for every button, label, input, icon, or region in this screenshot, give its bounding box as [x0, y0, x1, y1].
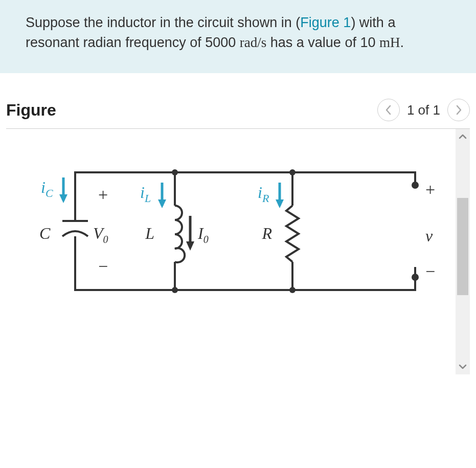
- svg-text:I0: I0: [197, 224, 209, 245]
- unit-rad: rad/s: [240, 35, 266, 50]
- figure-header: Figure 1 of 1: [6, 83, 470, 129]
- svg-text:C: C: [39, 224, 51, 242]
- svg-point-6: [412, 274, 419, 281]
- svg-point-5: [412, 182, 419, 189]
- svg-text:+: +: [425, 180, 435, 199]
- problem-text-after2: .: [400, 35, 404, 50]
- svg-text:iC: iC: [41, 178, 53, 199]
- problem-text-after1: has a value of 10: [266, 35, 379, 50]
- scrollbar[interactable]: [456, 129, 470, 374]
- unit-mh: mH: [379, 35, 400, 50]
- chevron-down-icon: [459, 364, 467, 370]
- chevron-right-icon: [455, 105, 462, 115]
- problem-statement: Suppose the inductor in the circuit show…: [0, 0, 476, 73]
- svg-text:iR: iR: [258, 183, 269, 205]
- chevron-up-icon: [459, 133, 467, 140]
- chevron-left-icon: [385, 105, 392, 115]
- scroll-thumb[interactable]: [457, 198, 468, 295]
- svg-text:R: R: [261, 224, 272, 242]
- figure-link[interactable]: Figure 1: [300, 15, 351, 30]
- figure-title: Figure: [6, 101, 56, 120]
- svg-text:−: −: [98, 257, 108, 276]
- figure-body: iC C + V0 − iL L I0 iR R: [6, 129, 470, 374]
- circuit-svg: iC C + V0 − iL L I0 iR R: [21, 149, 446, 344]
- page-indicator: 1 of 1: [405, 102, 442, 118]
- scroll-track[interactable]: [456, 144, 470, 359]
- svg-point-3: [172, 287, 178, 293]
- svg-text:L: L: [145, 224, 154, 242]
- svg-text:−: −: [425, 262, 435, 281]
- circuit-diagram: iC C + V0 − iL L I0 iR R: [6, 129, 456, 374]
- svg-text:V0: V0: [93, 224, 108, 245]
- problem-text: Suppose the inductor in the circuit show…: [26, 15, 300, 30]
- figure-nav: 1 of 1: [377, 99, 470, 121]
- scroll-up-button[interactable]: [456, 129, 470, 144]
- svg-text:iL: iL: [140, 183, 151, 205]
- svg-point-1: [172, 169, 178, 175]
- svg-point-2: [289, 169, 296, 175]
- figure-section: Figure 1 of 1: [0, 73, 476, 374]
- prev-button[interactable]: [377, 99, 400, 121]
- scroll-down-button[interactable]: [456, 359, 470, 374]
- svg-text:+: +: [98, 185, 108, 204]
- next-button[interactable]: [447, 99, 470, 121]
- svg-point-4: [289, 287, 296, 293]
- svg-text:v: v: [425, 227, 433, 245]
